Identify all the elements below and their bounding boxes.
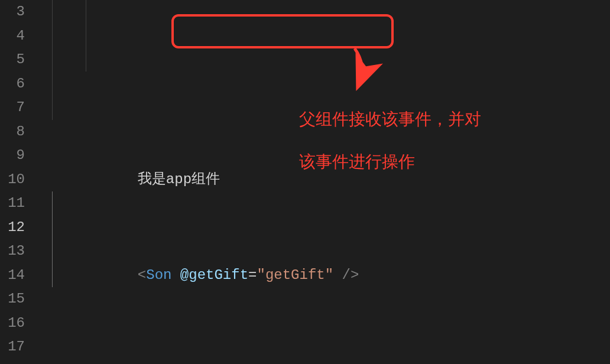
line-number[interactable]: 17 [0, 335, 25, 359]
line-number-gutter: 3 4 5 6 7 8 9 10 11 12 13 14 15 16 17 [0, 0, 35, 364]
line-number[interactable]: 10 [0, 168, 25, 192]
line-number[interactable]: 7 [0, 96, 25, 120]
line-number[interactable]: 5 [0, 48, 25, 72]
code-line[interactable]: <Son @getGift="getGift" /> [35, 264, 610, 288]
line-number[interactable]: 12 [0, 216, 25, 240]
code-line[interactable]: </div> [35, 359, 610, 365]
annotation-box [171, 14, 394, 48]
line-number[interactable]: 15 [0, 287, 25, 311]
line-number[interactable]: 3 [0, 0, 25, 24]
line-number[interactable]: 9 [0, 144, 25, 168]
indent-guide [86, 0, 86, 72]
line-number[interactable]: 4 [0, 24, 25, 48]
line-number[interactable]: 14 [0, 264, 25, 288]
line-number[interactable]: 11 [0, 191, 25, 216]
line-number[interactable]: 13 [0, 239, 25, 264]
code-editor: 3 4 5 6 7 8 9 10 11 12 13 14 15 16 17 我是… [0, 0, 610, 364]
annotation-text: 父组件接收该事件，并对 该事件进行操作 [290, 87, 481, 173]
line-number[interactable]: 8 [0, 120, 25, 144]
indent-guide [52, 191, 53, 287]
indent-guide [52, 0, 53, 120]
line-number[interactable]: 16 [0, 311, 25, 336]
code-area[interactable]: 我是app组件 <Son @getGift="getGift" /> </div… [35, 0, 610, 364]
line-number[interactable]: 6 [0, 72, 25, 96]
